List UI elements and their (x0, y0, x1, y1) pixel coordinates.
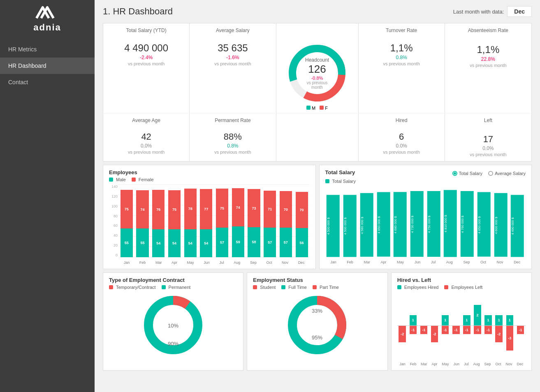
logo-text: adnia (33, 22, 61, 33)
kpi-total-salary: Total Salary (YTD) (103, 23, 190, 40)
kpi-absenteeism-sub: vs previous month (451, 63, 525, 68)
hvl-group-jun: -1 (451, 292, 461, 359)
month-label: Oct (480, 260, 486, 264)
kpi-left-number: 17 (451, 134, 525, 145)
bar-group-nov: 7057 (278, 184, 294, 257)
svg-text:90%: 90% (168, 341, 178, 347)
last-month-label: Last month with data: (453, 9, 504, 15)
main-content: 1. HR Dashboard Last month with data: De… (95, 0, 540, 392)
kpi-turnover: Turnover Rate (359, 23, 445, 40)
emp-status-donut-container: 33% 95% (253, 292, 381, 358)
left-bar: -3 (506, 326, 514, 350)
kpi-total-salary-sub: vs previous month (109, 61, 183, 66)
hvl-group-feb: 1-1 (408, 292, 418, 359)
page-title: 1. HR Dashboard (103, 6, 173, 17)
female-bar: 74 (232, 188, 244, 227)
left-bar: -1 (410, 326, 417, 334)
hvl-bars-container: -21-1-1-21-1-11-12-11-11-21-3-1 JanFebMa… (397, 292, 526, 366)
salary-bar: 4 650 000 $ (477, 192, 491, 257)
hvl-group-oct: 1-2 (494, 292, 504, 359)
kpi-turnover-change: 0.8% (365, 55, 438, 60)
last-month-value: Dec (507, 6, 532, 17)
kpi-perm-rate-title: Permanent Rate (196, 118, 269, 123)
perm-legend-dot (162, 285, 166, 289)
kpi-left-change: 0.0% (451, 145, 525, 151)
headcount-legend: M F (306, 106, 328, 111)
month-label: Jun (454, 362, 460, 366)
kpi-absenteeism-title: Absenteeism Rate (451, 28, 525, 33)
hired-bar: 1 (463, 315, 470, 325)
employees-chart: Employees Male Female 020406080100120140 (103, 165, 316, 269)
sidebar-item-hr-dashboard[interactable]: HR Dashboard (0, 58, 95, 74)
employees-bars: 7555745576547554785477547557745973587157… (119, 184, 310, 257)
month-label: Dec (514, 260, 520, 264)
kpi-avg-salary-number: 35 635 (196, 42, 269, 54)
male-bar: 54 (168, 229, 181, 257)
salary-bar: 4 650 000 $ (377, 192, 390, 257)
legend-female: Female (132, 177, 154, 182)
month-label: Mar (421, 362, 427, 366)
headcount-center-label: Headcount 126 -0.8% vs previous month (302, 57, 333, 90)
left-bar: -2 (495, 326, 503, 342)
left-bar: -2 (399, 326, 406, 342)
bar-stack: 7554 (168, 190, 181, 257)
salary-bar: 4 750 000 $ (427, 191, 440, 257)
radio-total-salary[interactable]: Total Salary (452, 171, 482, 176)
salary-bar-group-may: 4 680 000 $ (392, 186, 408, 257)
hvl-group-dec: -1 (515, 292, 526, 359)
female-bar: 73 (248, 189, 260, 227)
contract-donut-svg: 10% 90% (140, 292, 206, 358)
bar-group-aug: 7459 (230, 184, 246, 257)
month-label: Jul (219, 261, 224, 265)
logo-icon (35, 4, 60, 21)
kpi-turnover-title: Turnover Rate (365, 28, 438, 33)
month-label: Aug (446, 260, 453, 264)
salary-bar: 4 810 000 $ (444, 190, 457, 257)
hvl-group-jul: 1-1 (461, 292, 472, 359)
kpi-turnover-val: 1,1% 0.8% vs previous month (359, 40, 445, 113)
contract-legend: Temporary/Contract Permanent (109, 285, 237, 290)
header: 1. HR Dashboard Last month with data: De… (103, 6, 532, 17)
kpi-hired-change: 0.0% (365, 143, 438, 149)
salary-bar-group-sep: 4 760 000 $ (459, 186, 475, 257)
kpi-absenteeism-number: 1,1% (451, 44, 525, 55)
sidebar-item-contact[interactable]: Contact (0, 74, 95, 90)
month-label: Sep (463, 260, 470, 264)
charts-row-1: Employees Male Female 020406080100120140 (103, 165, 532, 269)
hired-left-chart: Hired vs. Left Employees Hired Employees… (391, 272, 532, 371)
female-bar: 77 (200, 189, 212, 229)
left-bar: -2 (431, 326, 438, 342)
kpi-total-salary-change: -2.4% (109, 55, 183, 60)
male-bar: 54 (152, 229, 165, 257)
contract-chart-title: Type of Employment Contract (109, 277, 237, 283)
kpi-hired-val: 6 0.0% vs previous month (359, 130, 445, 161)
salary-bar-group-oct: 4 650 000 $ (476, 186, 492, 257)
month-label: Jan (124, 261, 130, 265)
salary-bars: 4 500 000 $4 500 000 $4 580 000 $4 650 0… (325, 186, 526, 257)
kpi-perm-rate-title-row: Permanent Rate (190, 113, 276, 130)
kpi-left-val: 17 0.0% vs previous month (445, 130, 531, 161)
hired-left-legend: Employees Hired Employees Left (397, 285, 526, 290)
female-bar: 76 (152, 190, 165, 229)
kpi-hired-title-row: Hired (359, 113, 445, 130)
hvl-group-may: 1-1 (440, 292, 450, 359)
salary-bar-group-jun: 4 730 000 $ (409, 186, 425, 257)
female-bar: 75 (216, 189, 228, 228)
sidebar-item-hr-metrics[interactable]: HR Metrics (0, 41, 95, 58)
kpi-perm-rate-number: 88% (196, 131, 269, 142)
salary-bar-group-jan: 4 500 000 $ (325, 186, 342, 257)
radio-avg-salary[interactable]: Average Salary (488, 171, 526, 176)
month-label: Nov (505, 362, 512, 366)
kpi-avg-age-val: 42 0,0% vs previous month (103, 130, 190, 161)
male-bar: 56 (296, 228, 308, 257)
emp-status-title: Employment Status (253, 277, 381, 283)
hvl-bars: -21-1-1-21-1-11-12-11-11-21-3-1 (397, 292, 526, 359)
male-bar: 57 (280, 228, 292, 257)
female-bar: 70 (296, 192, 308, 228)
left-bar: -1 (484, 326, 492, 334)
hired-bar: 1 (410, 315, 417, 325)
bar-group-jan: 7555 (119, 184, 134, 257)
employees-chart-title: Employees (109, 169, 310, 175)
male-bar: 57 (264, 228, 276, 257)
svg-text:95%: 95% (312, 334, 322, 341)
